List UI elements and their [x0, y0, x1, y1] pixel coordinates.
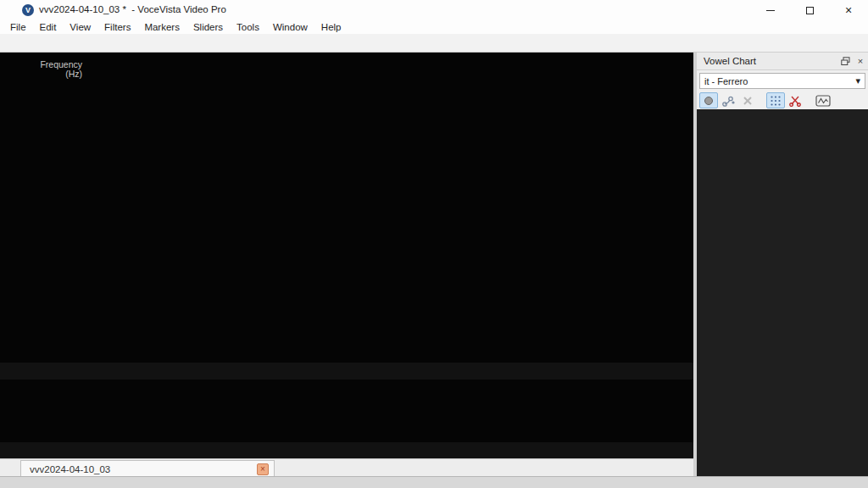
- spectrogram-canvas[interactable]: [85, 54, 693, 363]
- point-tool-icon: [703, 95, 715, 107]
- spectrogram-time-ticks: [85, 363, 693, 369]
- vowel-grid-button[interactable]: [766, 92, 785, 108]
- frequency-axis-title: Frequency(Hz): [34, 60, 82, 79]
- vowel-panel-toolbar: [697, 92, 868, 109]
- close-icon: ×: [845, 3, 852, 17]
- vowel-panel-header[interactable]: Vowel Chart ×: [697, 53, 868, 70]
- window-title: vvv2024-04-10_03 * - VoceVista Video Pro: [39, 4, 226, 14]
- title-bar[interactable]: V vvv2024-04-10_03 * - VoceVista Video P…: [0, 0, 868, 20]
- vowel-metrics-button[interactable]: [814, 92, 832, 108]
- float-window-icon: [841, 57, 850, 66]
- minimize-button[interactable]: [751, 0, 790, 20]
- menu-edit[interactable]: Edit: [33, 20, 64, 34]
- status-bar: [0, 476, 868, 488]
- close-button[interactable]: ×: [829, 0, 868, 20]
- document-tab-label: vvv2024-04-10_03: [21, 464, 257, 474]
- menu-bar: FileEditViewFiltersMarkersSlidersToolsWi…: [0, 20, 868, 34]
- panel-close-icon: ×: [858, 56, 863, 66]
- vowel-preset-caret: ▾: [855, 75, 860, 86]
- menu-file[interactable]: File: [3, 20, 33, 34]
- vowel-preset-value: it - Ferrero: [704, 76, 855, 86]
- document-tab[interactable]: vvv2024-04-10_03 ×: [20, 460, 275, 477]
- vowel-chart-panel: Vowel Chart × it - Ferrero ▾: [697, 53, 868, 476]
- vowel-delete-button[interactable]: [738, 92, 757, 108]
- vowel-point-tool-button[interactable]: [699, 92, 718, 108]
- overview-time-ticks: [0, 442, 693, 448]
- tab-close-button[interactable]: ×: [257, 463, 269, 475]
- menu-view[interactable]: View: [63, 20, 97, 34]
- menu-markers[interactable]: Markers: [137, 20, 186, 34]
- panel-float-button[interactable]: [837, 53, 853, 69]
- overview-waveform[interactable]: [0, 385, 693, 442]
- vowel-chart[interactable]: [697, 109, 868, 476]
- menu-window[interactable]: Window: [266, 20, 314, 34]
- menu-help[interactable]: Help: [314, 20, 348, 34]
- menu-tools[interactable]: Tools: [230, 20, 266, 34]
- vowel-preset-select[interactable]: it - Ferrero ▾: [699, 73, 865, 89]
- grid-dots-icon: [770, 95, 782, 107]
- maximize-icon: [806, 7, 814, 14]
- document-tab-bar: vvv2024-04-10_03 ×: [0, 458, 693, 476]
- menu-sliders[interactable]: Sliders: [186, 20, 230, 34]
- vowel-panel-title: Vowel Chart: [697, 56, 837, 66]
- maximize-button[interactable]: [790, 0, 829, 20]
- delete-x-icon: [743, 96, 753, 106]
- app-logo-icon: V: [22, 4, 34, 16]
- vowel-path-tool-button[interactable]: [719, 92, 737, 108]
- path-tool-icon: [722, 95, 735, 107]
- minimize-icon: [766, 10, 775, 11]
- menu-filters[interactable]: Filters: [97, 20, 137, 34]
- main-toolbar: 0 ▾ ▾ ▾ ▾ stereo ▾ Settings Profiles ▾: [0, 34, 868, 53]
- vowel-metrics-icon: [815, 95, 831, 107]
- piano-keyboard[interactable]: [2, 54, 48, 380]
- scissors-icon: [789, 95, 802, 107]
- vowel-cut-button[interactable]: [786, 92, 804, 108]
- panel-close-button[interactable]: ×: [853, 53, 868, 69]
